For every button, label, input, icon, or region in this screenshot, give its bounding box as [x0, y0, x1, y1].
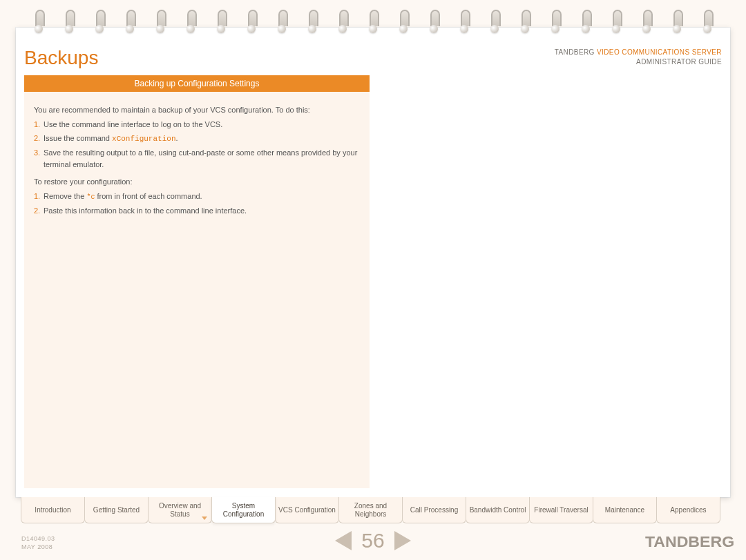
tab-overview-and-status[interactable]: Overview and Status	[148, 497, 212, 523]
rstep-1-code: *c	[86, 193, 95, 201]
tab-getting-started[interactable]: Getting Started	[84, 497, 149, 523]
tab-vcs-configuration[interactable]: VCS Configuration	[275, 497, 339, 523]
tab-bandwidth-control[interactable]: Bandwidth Control	[466, 497, 530, 523]
rstep-1-pre: Remove the	[44, 192, 86, 200]
section-heading: Backing up Configuration Settings	[24, 75, 370, 92]
page-number: 56	[361, 529, 384, 552]
restore-steps: 1.Remove the *c from in front of each co…	[34, 191, 360, 217]
intro-text: You are recommended to maintain a backup…	[34, 104, 360, 116]
backup-steps: 1.Use the command line interface to log …	[34, 119, 360, 171]
header-right: TANDBERG VIDEO COMMUNICATIONS SERVER ADM…	[555, 48, 722, 66]
prev-page-arrow-icon[interactable]	[335, 531, 352, 550]
step-3: Save the resulting output to a file, usi…	[44, 148, 357, 168]
tab-appendices[interactable]: Appendices	[656, 497, 720, 523]
chevron-down-icon	[202, 516, 207, 520]
page-title: Backups	[24, 47, 98, 69]
nav-tabs: IntroductionGetting StartedOverview and …	[21, 497, 720, 523]
document-page: Backups TANDBERG VIDEO COMMUNICATIONS SE…	[16, 28, 730, 497]
next-page-arrow-icon[interactable]	[394, 531, 411, 550]
tab-call-processing[interactable]: Call Processing	[402, 497, 466, 523]
content-column: You are recommended to maintain a backup…	[24, 92, 370, 488]
step-1: Use the command line interface to log on…	[44, 120, 222, 128]
tab-firewall-traversal[interactable]: Firewall Traversal	[529, 497, 593, 523]
tab-system-configuration[interactable]: System Configuration	[211, 497, 276, 523]
restore-intro: To restore your configuration:	[34, 176, 360, 188]
tandberg-logo: TANDBERG	[645, 533, 734, 551]
tab-zones-and-neighbors[interactable]: Zones and Neighbors	[338, 497, 403, 523]
step-2-pre: Issue the command	[44, 134, 112, 142]
tab-introduction[interactable]: Introduction	[21, 497, 85, 523]
product-text: VIDEO COMMUNICATIONS SERVER	[597, 48, 722, 56]
rstep-2: Paste this information back in to the co…	[44, 206, 247, 215]
rstep-1-post: from in front of each command.	[95, 192, 202, 200]
page-nav: 56	[0, 529, 746, 552]
spiral-binding	[0, 10, 746, 37]
tab-maintenance[interactable]: Maintenance	[593, 497, 657, 523]
step-2-code: xConfiguration	[112, 135, 175, 143]
guide-subtitle: ADMINISTRATOR GUIDE	[555, 58, 722, 66]
brand-text: TANDBERG	[555, 48, 595, 56]
